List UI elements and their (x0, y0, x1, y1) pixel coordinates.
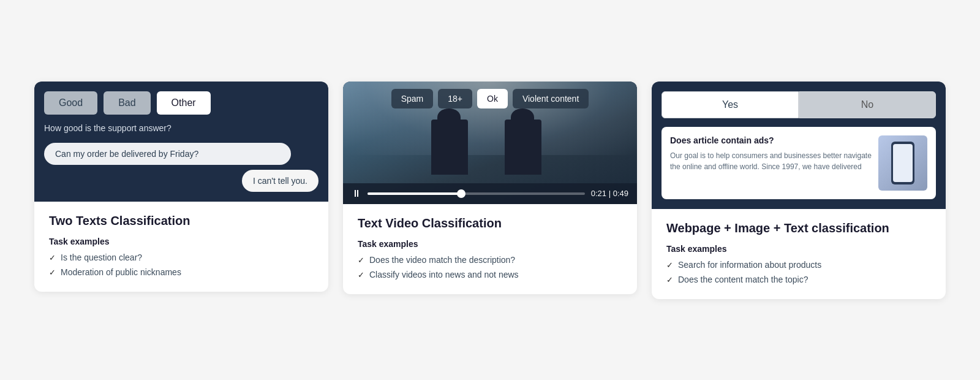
btn-no[interactable]: No (799, 91, 936, 118)
chat-question: How good is the support answer? (44, 123, 318, 133)
task-list-2: ✓ Does the video match the description? … (358, 255, 622, 279)
example-text: Does the video match the description? (369, 255, 515, 265)
btn-good[interactable]: Good (44, 91, 97, 115)
list-item: ✓ Classify videos into news and not news (358, 270, 622, 279)
figure-left (431, 120, 468, 175)
webpage-article-title: Does article contain ads? (670, 135, 872, 145)
btn-other[interactable]: Other (157, 91, 211, 115)
figure-right (505, 120, 541, 175)
pause-button[interactable]: ⏸ (352, 188, 361, 199)
example-text: Does the content match the topic? (678, 275, 808, 284)
task-list-3: ✓ Search for information about products … (666, 260, 931, 284)
webpage-buttons-row: Yes No (662, 91, 936, 118)
check-icon: ✓ (358, 256, 364, 265)
webpage-image (878, 135, 927, 191)
webpage-text-area: Does article contain ads? Our goal is to… (670, 135, 872, 172)
example-text: Classify videos into news and not news (369, 270, 519, 279)
chat-message-1: Can my order be delivered by Friday? (44, 143, 291, 165)
chat-message-2: I can't tell you. (242, 170, 318, 192)
task-examples-label-1: Task examples (49, 237, 314, 246)
preview-video: Spam 18+ Ok Violent content ⏸ 0:21 | 0:4… (343, 82, 637, 204)
btn-violent[interactable]: Violent content (513, 89, 589, 108)
card-two-texts: Good Bad Other How good is the support a… (34, 82, 328, 292)
phone-icon (891, 142, 914, 184)
check-icon: ✓ (49, 253, 56, 262)
check-icon: ✓ (666, 260, 673, 270)
preview-two-texts: Good Bad Other How good is the support a… (34, 82, 328, 202)
chat-bubbles: Can my order be delivered by Friday? I c… (44, 143, 318, 192)
check-icon: ✓ (666, 275, 673, 284)
check-icon: ✓ (49, 268, 56, 277)
card-title-video: Text Video Classification (358, 216, 622, 230)
video-controls: ⏸ 0:21 | 0:49 (343, 183, 637, 204)
list-item: ✓ Is the question clear? (49, 253, 314, 262)
classification-buttons-row: Good Bad Other (44, 91, 318, 115)
progress-fill (368, 192, 461, 195)
btn-yes[interactable]: Yes (662, 91, 799, 118)
card-body-video: Text Video Classification Task examples … (343, 204, 637, 294)
webpage-article-body: Our goal is to help consumers and busine… (670, 150, 872, 172)
list-item: ✓ Search for information about products (666, 260, 931, 270)
card-title-webpage: Webpage + Image + Text classification (666, 221, 931, 235)
example-text: Search for information about products (678, 260, 821, 270)
video-image: Spam 18+ Ok Violent content ⏸ 0:21 | 0:4… (343, 82, 637, 204)
card-body-webpage: Webpage + Image + Text classification Ta… (652, 209, 946, 299)
btn-ok[interactable]: Ok (477, 89, 508, 108)
task-examples-label-2: Task examples (358, 239, 622, 249)
card-body-two-texts: Two Texts Classification Task examples ✓… (34, 202, 328, 292)
example-text: Moderation of public nicknames (61, 267, 181, 277)
list-item: ✓ Does the video match the description? (358, 255, 622, 265)
list-item: ✓ Moderation of public nicknames (49, 267, 314, 277)
example-text: Is the question clear? (61, 253, 142, 262)
task-examples-label-3: Task examples (666, 244, 931, 254)
btn-18plus[interactable]: 18+ (438, 89, 472, 108)
video-classify-buttons: Spam 18+ Ok Violent content (343, 89, 637, 108)
check-icon: ✓ (358, 270, 364, 279)
card-webpage: Yes No Does article contain ads? Our goa… (652, 82, 946, 299)
cards-container: Good Bad Other How good is the support a… (12, 82, 968, 299)
progress-bar[interactable] (368, 192, 585, 195)
video-time: 0:21 | 0:49 (591, 189, 628, 198)
btn-bad[interactable]: Bad (104, 91, 150, 115)
card-text-video: Spam 18+ Ok Violent content ⏸ 0:21 | 0:4… (343, 82, 637, 294)
chat-area: How good is the support answer? Can my o… (44, 123, 318, 192)
webpage-content-card: Does article contain ads? Our goal is to… (662, 127, 936, 199)
card-title-two-texts: Two Texts Classification (49, 214, 314, 228)
btn-spam[interactable]: Spam (391, 89, 434, 108)
task-list-1: ✓ Is the question clear? ✓ Moderation of… (49, 253, 314, 277)
preview-webpage: Yes No Does article contain ads? Our goa… (652, 82, 946, 209)
list-item: ✓ Does the content match the topic? (666, 275, 931, 284)
